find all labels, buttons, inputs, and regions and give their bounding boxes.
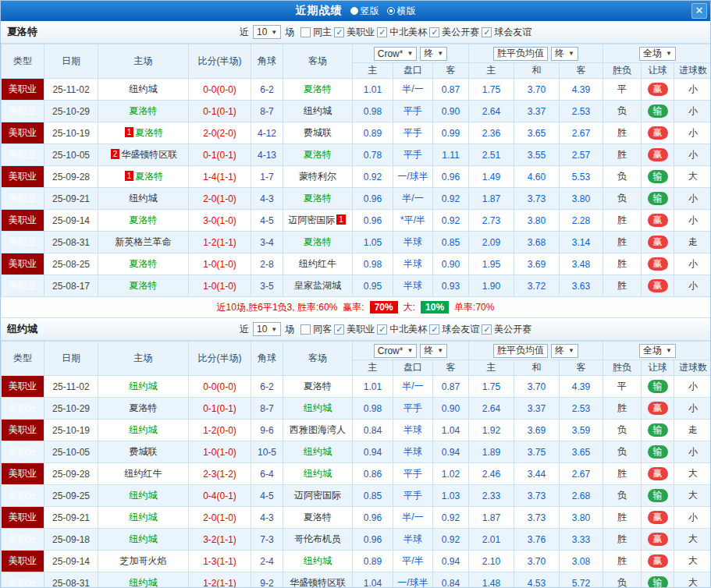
avg-stage-select[interactable]: 终▼ (551, 344, 578, 358)
match-score: 0-0(0-0) (189, 79, 251, 101)
near-count-select[interactable]: 10▼ (253, 25, 281, 39)
team-name: 纽约城 (130, 83, 158, 94)
match-score: 1-0(1-0) (189, 441, 251, 463)
checkbox-checked-icon: ✓ (482, 27, 492, 37)
handicap-result-cell: 赢 (642, 551, 674, 572)
match-date: 25-09-28 (44, 166, 98, 188)
handicap-result-cell: 赢 (642, 232, 674, 253)
odds-home: 0.89 (353, 551, 393, 572)
filter-checkbox[interactable]: ✓中北美杯 (377, 323, 427, 336)
layout-radio[interactable]: 横版 (387, 5, 416, 18)
layout-radio[interactable]: 竖版 (350, 5, 379, 18)
sub-col-odds-away: 客 (433, 63, 469, 79)
chevron-down-icon: ▼ (568, 347, 574, 354)
close-icon[interactable]: ✕ (691, 3, 707, 19)
filter-checkbox[interactable]: ✓美职业 (334, 323, 375, 336)
section-header-nycfc: 纽约城 近 10▼ 场 同客✓美职业✓中北美杯✓球会友谊✓美公开赛 (1, 318, 710, 341)
match-row: 美职业25-10-19纽约城1-2(0-0)9-6西雅图海湾人0.84半球1.0… (2, 420, 711, 441)
home-team: 纽约城 (98, 376, 189, 398)
match-score: 0-1(0-1) (189, 398, 251, 420)
corner-count: 1-7 (251, 166, 283, 188)
odds-home: 0.98 (353, 101, 393, 122)
match-date: 25-10-19 (44, 122, 98, 144)
match-date: 25-11-02 (44, 376, 98, 398)
home-team: 1夏洛特 (98, 166, 189, 188)
team-name: 费城联 (130, 446, 158, 457)
handicap-badge: 赢 (648, 533, 668, 546)
odds-away: 0.90 (433, 101, 469, 122)
away-team: 纽约城 (283, 441, 353, 463)
avg-away: 2.67 (560, 463, 603, 485)
odds-home: 0.85 (353, 485, 393, 507)
match-row: 美职业25-08-17夏洛特1-0(1-0)3-5皇家盐湖城0.95半球0.93… (2, 275, 711, 297)
handicap-result-cell: 赢 (642, 122, 674, 144)
league-type: 美职业 (2, 188, 44, 210)
corner-count: 4-12 (251, 122, 283, 144)
avg-away: 2.53 (560, 398, 603, 420)
rank-badge: 1 (336, 214, 346, 225)
bookmaker-select[interactable]: Crow*▼ (374, 47, 418, 61)
result-cell: 负 (603, 441, 642, 463)
near-count-select[interactable]: 10▼ (253, 322, 281, 336)
filter-checkbox[interactable]: ✓中北美杯 (377, 26, 427, 39)
odds-handicap: 平手 (393, 101, 433, 122)
avg-home: 2.09 (469, 232, 514, 253)
avg-home: 1.90 (469, 275, 514, 297)
sub-col-odds-away: 客 (433, 360, 469, 376)
filter-checkbox[interactable]: ✓美公开赛 (429, 26, 479, 39)
filter-checkbox[interactable]: 同主 (300, 26, 332, 39)
chevron-down-icon: ▼ (666, 347, 672, 354)
league-type: 美职业 (2, 551, 44, 572)
away-team: 皇家盐湖城 (283, 275, 353, 297)
avg-label-box[interactable]: 胜平负均值 (493, 344, 548, 358)
chevron-down-icon: ▼ (437, 50, 443, 57)
bookmaker-select[interactable]: Crow*▼ (374, 344, 418, 358)
odds-away: 0.99 (433, 122, 469, 144)
odds-stage-select[interactable]: 终▼ (420, 344, 447, 358)
result-cell: 胜 (603, 507, 642, 529)
avg-stage-select[interactable]: 终▼ (551, 47, 578, 61)
avg-draw: 3.69 (514, 420, 560, 441)
match-row: 美职业25-09-14夏洛特3-0(1-0)4-5迈阿密国际10.96*平/半0… (2, 210, 711, 232)
record-summary: 近10场,胜6平1负3, 胜率:60% 赢率: 70% 大: 10% 单率:70… (1, 297, 710, 318)
filter-checkbox[interactable]: ✓美职业 (334, 26, 375, 39)
handicap-badge: 赢 (648, 279, 668, 292)
avg-label-box[interactable]: 胜平负均值 (493, 47, 548, 61)
goals-cell: 小 (674, 144, 711, 166)
odds-handicap: 平手 (393, 398, 433, 420)
odds-away: 0.84 (433, 572, 469, 588)
filter-checkbox[interactable]: 同客 (300, 323, 332, 336)
home-team: 夏洛特 (98, 275, 189, 297)
titlebar: 近期战绩 竖版横版 ✕ (1, 1, 710, 21)
home-team: 纽约城 (98, 420, 189, 441)
odds-stage-select[interactable]: 终▼ (420, 47, 447, 61)
checkbox-icon (300, 27, 311, 37)
goals-cell: 大 (674, 572, 711, 588)
goals-cell: 大 (674, 485, 711, 507)
filter-checkbox[interactable]: ✓美公开赛 (482, 323, 531, 336)
odds-handicap: 半球 (393, 441, 433, 463)
filter-checkbox[interactable]: ✓球会友谊 (482, 26, 531, 39)
avg-away: 3.33 (560, 529, 603, 551)
match-date: 25-09-21 (44, 188, 98, 210)
single-rate-label: 单率:70% (454, 301, 494, 314)
scope-select[interactable]: 全场▼ (639, 47, 676, 61)
match-row: 美职业25-10-191夏洛特2-0(2-0)4-12费城联0.89平手0.99… (2, 122, 711, 144)
avg-away: 3.59 (560, 420, 603, 441)
team-name: 夏洛特 (130, 105, 158, 116)
avg-home: 1.87 (469, 188, 514, 210)
league-type: 美职业 (2, 166, 44, 188)
scope-select[interactable]: 全场▼ (639, 344, 676, 358)
handicap-result-cell: 输 (642, 485, 674, 507)
match-score: 1-2(1-1) (189, 232, 251, 253)
handicap-badge: 赢 (648, 214, 668, 227)
checkbox-checked-icon: ✓ (429, 324, 439, 335)
chevron-down-icon: ▼ (271, 326, 277, 333)
avg-draw: 3.72 (514, 275, 560, 297)
corner-count: 9-2 (251, 572, 283, 588)
big-rate-label: 大: (403, 301, 415, 314)
win-rate-label: 赢率: (343, 301, 364, 314)
filter-checkbox[interactable]: ✓球会友谊 (429, 323, 479, 336)
result-cell: 负 (603, 420, 642, 441)
team-name: 夏洛特 (135, 171, 163, 182)
